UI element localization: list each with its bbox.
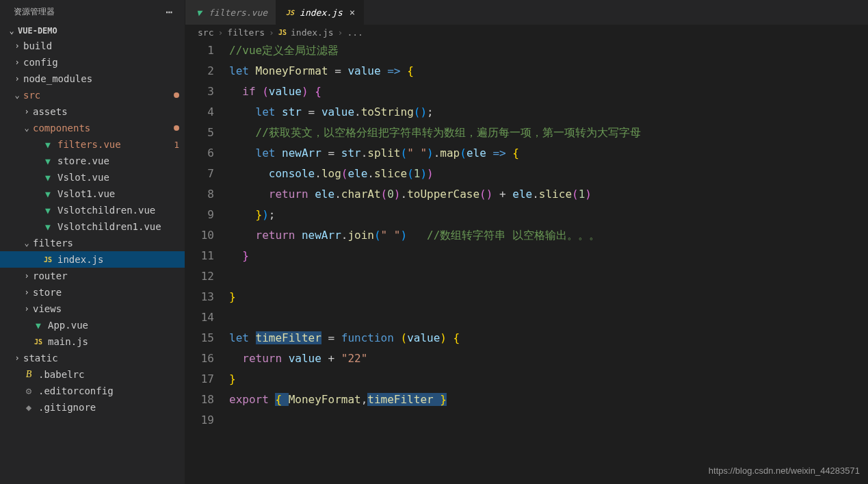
code-line[interactable]: let newArr = str.split(" ").map(ele => { <box>229 143 868 164</box>
tab-filters-vue[interactable]: ▼filters.vue <box>185 0 276 25</box>
tree-item-views[interactable]: ›views <box>0 301 185 317</box>
chevron-icon: › <box>12 58 22 67</box>
tree-item-components[interactable]: ⌄components <box>0 120 185 136</box>
line-number: 5 <box>185 123 214 143</box>
tree-item-label: src <box>23 90 40 101</box>
tree-item--gitignore[interactable]: ◆.gitignore <box>0 399 185 416</box>
code-line[interactable] <box>229 410 868 431</box>
tree-item-Vslotchildren1-vue[interactable]: ▼Vslotchildren1.vue <box>0 218 185 235</box>
tree-item-label: components <box>33 123 90 133</box>
line-number: 6 <box>185 143 214 164</box>
line-number: 12 <box>185 266 214 287</box>
close-icon[interactable]: × <box>350 7 355 18</box>
more-icon[interactable]: ⋯ <box>166 5 172 18</box>
tree-item-label: Vslot.vue <box>57 172 109 183</box>
tree-item-label: store <box>33 287 62 298</box>
tree-item-label: filters.vue <box>57 139 121 150</box>
code-line[interactable] <box>229 307 868 328</box>
line-number: 10 <box>185 225 214 246</box>
breadcrumb-part[interactable]: ... <box>347 27 363 38</box>
chevron-right-icon: › <box>218 27 223 38</box>
chevron-icon: ⌄ <box>12 90 22 100</box>
explorer-title: 资源管理器 <box>14 6 55 18</box>
line-number: 2 <box>185 61 214 81</box>
tree-item-label: Vslotchildren1.vue <box>57 221 161 232</box>
code-line[interactable]: return newArr.join(" ") //数组转字符串 以空格输出。。… <box>229 225 868 246</box>
breadcrumb-part[interactable]: src <box>198 27 213 38</box>
tree-item-index-js[interactable]: JSindex.js <box>0 251 185 268</box>
code-line[interactable]: } <box>229 287 868 307</box>
line-number: 1 <box>185 40 214 61</box>
tree-item-label: .editorconfig <box>38 385 114 396</box>
line-number: 18 <box>185 390 214 410</box>
tree-item-label: App.vue <box>48 320 88 331</box>
code-editor[interactable]: 12345678910111213141516171819 //vue定义全局过… <box>185 40 868 484</box>
file-tree: ›build›config›node_modules⌄src›assets⌄co… <box>0 38 185 416</box>
tree-item-label: views <box>33 303 62 314</box>
tab-index-js[interactable]: JSindex.js× <box>276 0 364 25</box>
code-line[interactable]: let str = value.toString(); <box>229 102 868 123</box>
tree-item-label: static <box>23 353 58 364</box>
tree-item-label: router <box>33 270 68 281</box>
vue-icon: ▼ <box>42 205 53 216</box>
code-content[interactable]: //vue定义全局过滤器let MoneyFormat = value => {… <box>229 40 868 484</box>
code-line[interactable]: } <box>229 369 868 390</box>
tree-item-build[interactable]: ›build <box>0 38 185 54</box>
tree-item-store[interactable]: ›store <box>0 284 185 301</box>
tree-item-label: main.js <box>48 336 88 347</box>
tree-item-config[interactable]: ›config <box>0 54 185 71</box>
line-number: 17 <box>185 369 214 390</box>
chevron-right-icon: › <box>269 27 274 38</box>
tree-item-App-vue[interactable]: ▼App.vue <box>0 317 185 333</box>
project-name: VUE-DEMO <box>18 26 57 36</box>
tree-item-Vslot1-vue[interactable]: ▼Vslot1.vue <box>0 186 185 202</box>
modified-dot <box>174 92 179 98</box>
vue-icon: ▼ <box>42 139 53 150</box>
tree-item-main-js[interactable]: JSmain.js <box>0 333 185 350</box>
tree-item-label: Vslot1.vue <box>57 188 115 199</box>
tree-item-src[interactable]: ⌄src <box>0 87 185 103</box>
vue-icon: ▼ <box>42 188 53 199</box>
code-line[interactable]: return value + "22" <box>229 348 868 369</box>
tree-item-static[interactable]: ›static <box>0 350 185 366</box>
tree-item-Vslot-vue[interactable]: ▼Vslot.vue <box>0 169 185 186</box>
vue-icon: ▼ <box>42 155 53 166</box>
chevron-icon: › <box>22 288 31 297</box>
chevron-icon: › <box>12 353 22 363</box>
code-line[interactable]: export { MoneyFormat,timeFilter } <box>229 390 868 410</box>
tree-item-store-vue[interactable]: ▼store.vue <box>0 153 185 169</box>
line-number: 7 <box>185 164 214 184</box>
breadcrumb[interactable]: src › filters › JS index.js › ... <box>185 25 868 40</box>
code-line[interactable]: } <box>229 246 868 266</box>
code-line[interactable]: //vue定义全局过滤器 <box>229 40 868 61</box>
chevron-icon: ⌄ <box>22 238 31 248</box>
tree-item-label: index.js <box>57 254 103 265</box>
code-line[interactable] <box>229 266 868 287</box>
code-line[interactable]: let timeFilter = function (value) { <box>229 328 868 348</box>
tree-item-filters[interactable]: ⌄filters <box>0 235 185 251</box>
breadcrumb-part[interactable]: filters <box>227 27 265 38</box>
tree-item-router[interactable]: ›router <box>0 268 185 284</box>
tree-item-label: node_modules <box>23 73 92 84</box>
code-line[interactable]: console.log(ele.slice(1)) <box>229 164 868 184</box>
tree-item--editorconfig[interactable]: ⚙.editorconfig <box>0 383 185 399</box>
tab-label: index.js <box>300 8 343 18</box>
js-icon: JS <box>33 336 44 347</box>
tree-item--babelrc[interactable]: B.babelrc <box>0 366 185 383</box>
code-line[interactable]: //获取英文，以空格分组把字符串转为数组，遍历每一项，第一项转为大写字母 <box>229 123 868 143</box>
tree-item-filters-vue[interactable]: ▼filters.vue1 <box>0 136 185 153</box>
chevron-icon: › <box>12 41 22 51</box>
code-line[interactable]: }); <box>229 205 868 225</box>
chevron-down-icon: ⌄ <box>7 26 16 36</box>
code-line[interactable]: if (value) { <box>229 81 868 102</box>
tree-item-node_modules[interactable]: ›node_modules <box>0 71 185 87</box>
code-line[interactable]: return ele.charAt(0).toUpperCase() + ele… <box>229 184 868 205</box>
tree-item-assets[interactable]: ›assets <box>0 103 185 120</box>
chevron-icon: ⌄ <box>22 123 31 133</box>
tree-item-label: .babelrc <box>38 369 84 380</box>
code-line[interactable]: let MoneyFormat = value => { <box>229 61 868 81</box>
tree-item-Vslotchildren-vue[interactable]: ▼Vslotchildren.vue <box>0 202 185 218</box>
project-root[interactable]: ⌄ VUE-DEMO <box>0 24 185 38</box>
tree-item-label: config <box>23 57 58 68</box>
breadcrumb-part[interactable]: index.js <box>291 27 334 38</box>
